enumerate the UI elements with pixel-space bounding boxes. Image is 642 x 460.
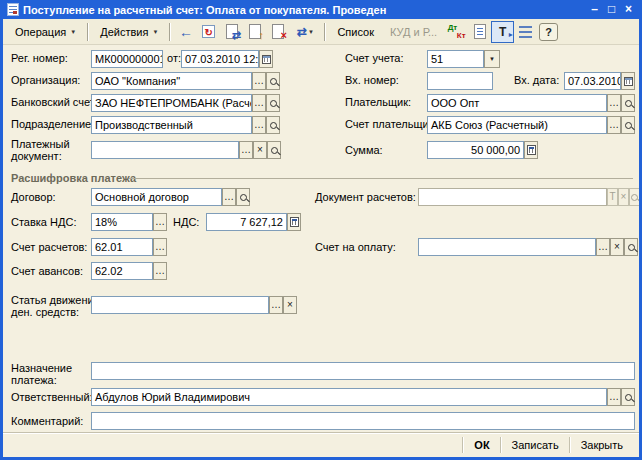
amount-input[interactable]: 50 000,00 [427,141,524,159]
department-open-button[interactable] [266,116,280,134]
cash-flow-item-input[interactable] [91,296,269,314]
responsible-field-group: Абдулов Юрий Владимирович … [91,388,635,406]
account-dropdown-button[interactable]: ▼ [484,50,500,68]
post-document-button[interactable]: ↑ [243,21,266,43]
minimize-button[interactable]: – [586,2,603,17]
invoice-open-button[interactable] [624,238,638,256]
help-button[interactable]: ? [537,21,560,43]
payer-account-select-button[interactable]: … [607,116,621,134]
payer-input[interactable]: ООО Опт [427,94,607,112]
contract-input[interactable]: Основной договор [91,188,222,206]
ok-button[interactable]: ОК [464,436,499,454]
organization-field-group: ОАО "Компания" … [91,72,280,90]
payment-document-select-button[interactable]: … [239,141,253,159]
settlement-account-select-button[interactable]: … [153,238,167,256]
toolbar-separator [324,23,326,41]
account-combo-input[interactable]: 51 [427,50,484,68]
reg-number-input[interactable]: МК000000001 [91,50,163,68]
payer-select-button[interactable]: … [607,94,621,112]
payment-document-open-button[interactable] [267,141,281,159]
vat-calculator-button[interactable] [287,213,301,231]
list-view-icon [519,26,532,38]
magnifier-icon [240,194,247,201]
payer-account-open-button[interactable] [621,116,635,134]
document-result-button[interactable] [468,21,491,43]
responsible-input[interactable]: Абдулов Юрий Владимирович [91,388,607,406]
department-label: Подразделение: [11,118,94,130]
invoice-clear-button[interactable]: × [610,238,624,256]
footer-button-bar: ОК Записать Закрыть [3,435,639,455]
back-button[interactable]: ← [174,21,197,43]
bank-account-select-button[interactable]: … [252,94,266,112]
doc-date-calendar-button[interactable] [259,50,273,68]
reg-number-field-group: МК000000001 [91,50,163,68]
operation-menu-button[interactable]: Операция ▼ [7,22,84,42]
contract-label: Договор: [11,191,56,203]
in-number-input[interactable] [427,72,493,90]
organization-input[interactable]: ОАО "Компания" [91,72,252,90]
in-date-calendar-button[interactable] [621,72,635,90]
in-date-input[interactable]: 07.03.2010 [564,72,621,90]
magnifier-icon [271,147,278,154]
doc-date-input[interactable]: 07.03.2010 12:00:02 [181,50,259,68]
contract-select-button[interactable]: … [222,188,236,206]
purpose-input[interactable] [91,362,635,380]
comment-field-group [91,412,635,430]
bank-account-open-button[interactable] [266,94,280,112]
payment-document-input[interactable] [91,141,239,159]
description-toggle-button[interactable]: Т▸ [491,21,514,43]
dt-kt-button[interactable]: Дт Кт [445,21,468,43]
close-form-button[interactable]: Закрыть [571,436,633,454]
actions-menu-button[interactable]: Действия ▼ [92,22,166,42]
comment-input[interactable] [91,412,635,430]
vat-rate-input[interactable]: 18% [91,213,153,231]
department-select-button[interactable]: … [252,116,266,134]
contract-field-group: Основной договор … [91,188,250,206]
account-label: Счет учета: [345,52,403,64]
settlement-account-input[interactable]: 62.01 [91,238,153,256]
vat-input[interactable]: 7 627,12 [206,213,287,231]
cancel-posting-icon: × [272,24,284,39]
maximize-button[interactable]: □ [603,2,620,17]
vat-label: НДС: [173,216,199,228]
payer-account-input[interactable]: АКБ Союз (Расчетный) [427,116,607,134]
cancel-posting-button[interactable]: × [266,21,289,43]
invoice-input[interactable] [418,238,596,256]
go-to-button[interactable]: ⇄ ▼ [289,21,321,43]
vat-rate-label: Ставка НДС: [11,216,76,228]
list-button[interactable]: Список [329,22,382,42]
bank-account-input[interactable]: ЗАО НЕФТЕПРОМБАНК (Расчетный [91,94,252,112]
help-icon: ? [539,23,558,41]
invoice-field-group: … × [418,238,638,256]
organization-select-button[interactable]: … [252,72,266,90]
advance-account-select-button[interactable]: … [153,262,167,280]
organization-open-button[interactable] [266,72,280,90]
cash-flow-item-select-button[interactable]: … [269,296,283,314]
magnifier-icon [270,100,277,107]
footer-divider [3,432,639,434]
amount-calculator-button[interactable] [524,141,538,159]
settlement-document-clear-button: × [618,188,629,206]
responsible-open-button[interactable] [621,388,635,406]
cash-flow-item-field-group: … × [91,296,297,314]
copy-button[interactable]: ⇄ [220,21,243,43]
vat-rate-select-button[interactable]: … [153,213,167,231]
settlement-account-field-group: 62.01 … [91,238,167,256]
reread-button[interactable]: ↻ [197,21,220,43]
department-input[interactable]: Производственный [91,116,252,134]
settlement-document-open-button [629,188,639,206]
close-button[interactable]: × [620,2,637,17]
contract-open-button[interactable] [236,188,250,206]
responsible-select-button[interactable]: … [607,388,621,406]
payer-open-button[interactable] [621,94,635,112]
payment-document-clear-button[interactable]: × [253,141,267,159]
settlement-document-input [418,188,607,206]
cash-flow-item-clear-button[interactable]: × [283,296,297,314]
save-button[interactable]: Записать [502,436,569,454]
bank-account-field-group: ЗАО НЕФТЕПРОМБАНК (Расчетный … [91,94,280,112]
advance-account-input[interactable]: 62.02 [91,262,153,280]
payer-account-field-group: АКБ Союз (Расчетный) … [427,116,635,134]
cash-flow-item-label: Статья движения [11,294,100,306]
invoice-select-button[interactable]: … [596,238,610,256]
list-view-button[interactable] [514,21,537,43]
